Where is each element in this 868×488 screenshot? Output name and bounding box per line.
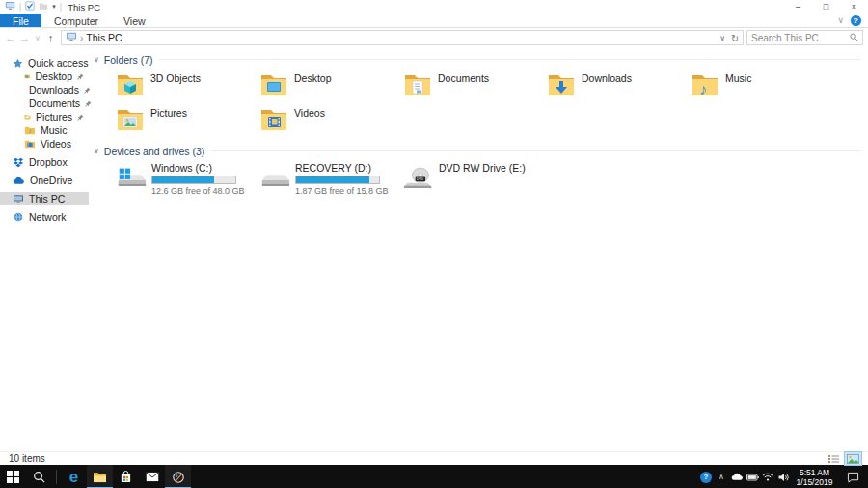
- drive-free-space: 12.6 GB free of 48.0 GB: [151, 186, 245, 196]
- item-count: 10 items: [9, 453, 45, 464]
- collapse-chevron-icon[interactable]: ∨: [94, 55, 99, 64]
- tray-volume-icon[interactable]: [776, 473, 790, 482]
- clock-date: 1/15/2019: [792, 477, 837, 487]
- drive-tile-windows-c[interactable]: Windows (C:) 12.6 GB free of 48.0 GB: [115, 161, 258, 200]
- tab-file[interactable]: File: [0, 14, 41, 27]
- drive-tile-dvd-e[interactable]: DVD DVD RW Drive (E:): [402, 161, 546, 200]
- group-label: Folders (7): [104, 54, 153, 66]
- 3d-objects-folder-icon: [115, 69, 146, 100]
- pictures-folder-icon: [24, 112, 31, 122]
- group-header-folders[interactable]: ∨ Folders (7): [94, 53, 860, 66]
- address-dropdown-icon[interactable]: ∨: [719, 34, 725, 42]
- tray-onedrive-icon[interactable]: [730, 473, 744, 481]
- taskbar-search-button[interactable]: [26, 465, 52, 488]
- taskbar-paint3d-icon[interactable]: [165, 465, 191, 488]
- breadcrumb-separator: ›: [80, 33, 83, 43]
- tab-view[interactable]: View: [111, 14, 158, 27]
- forward-button[interactable]: →: [17, 32, 32, 43]
- collapse-chevron-icon[interactable]: ∨: [94, 147, 99, 155]
- qat-customize-dropdown-icon[interactable]: ▾: [52, 3, 56, 11]
- folder-tile-documents[interactable]: Documents: [402, 69, 546, 104]
- sidebar-label: Quick access: [28, 57, 88, 68]
- folder-tile-desktop[interactable]: Desktop: [258, 69, 402, 104]
- address-bar[interactable]: › This PC ∨ ↻: [61, 30, 744, 45]
- taskbar-clock[interactable]: 5:51 AM 1/15/2019: [792, 468, 837, 487]
- window-controls: – □ ×: [784, 0, 868, 14]
- close-button[interactable]: ×: [840, 0, 868, 14]
- folder-tile-pictures[interactable]: Pictures: [115, 104, 258, 139]
- star-icon: [13, 58, 23, 68]
- folder-tile-videos[interactable]: Videos: [258, 104, 402, 139]
- ribbon-right-controls: ∨ ?: [837, 14, 868, 27]
- large-icons-view-icon[interactable]: [845, 452, 861, 465]
- ribbon-collapse-icon[interactable]: ∨: [837, 15, 844, 25]
- documents-folder-icon: [402, 69, 433, 100]
- address-location-icon: [66, 32, 77, 43]
- breadcrumb[interactable]: This PC: [86, 32, 122, 43]
- sidebar-item-quick-access[interactable]: Quick access: [0, 56, 89, 69]
- ribbon-tab-bar: File Computer View ∨ ?: [0, 14, 868, 28]
- sidebar-label: OneDrive: [30, 175, 72, 186]
- help-icon[interactable]: ?: [851, 15, 861, 26]
- app-icon: [5, 1, 15, 13]
- onedrive-cloud-icon: [13, 176, 25, 185]
- svg-text:♪: ♪: [28, 127, 31, 134]
- dvd-drive-icon: DVD: [402, 166, 435, 191]
- tray-help-icon[interactable]: ?: [699, 472, 713, 483]
- folder-tile-3d-objects[interactable]: 3D Objects: [115, 69, 258, 104]
- recent-locations-icon[interactable]: ∨: [32, 34, 43, 42]
- drive-label: Windows (C:): [151, 162, 245, 174]
- minimize-button[interactable]: –: [784, 0, 812, 14]
- refresh-icon[interactable]: ↻: [731, 33, 739, 43]
- dropbox-icon: [13, 157, 24, 168]
- sidebar-item-onedrive[interactable]: OneDrive: [0, 174, 89, 187]
- action-center-icon[interactable]: [839, 472, 866, 483]
- up-button[interactable]: ↑: [43, 32, 58, 43]
- maximize-button[interactable]: □: [812, 0, 840, 14]
- qat-properties-icon[interactable]: [25, 1, 35, 13]
- tray-battery-icon[interactable]: [746, 474, 759, 481]
- tile-label: Pictures: [150, 104, 187, 139]
- sidebar-item-dropbox[interactable]: Dropbox: [0, 155, 89, 169]
- taskbar-edge-icon[interactable]: e: [61, 465, 87, 488]
- sidebar-item-desktop[interactable]: Desktop: [0, 69, 89, 83]
- folder-tile-music[interactable]: ♪ Music: [690, 69, 833, 104]
- back-button[interactable]: ←: [3, 32, 17, 43]
- sidebar-item-videos[interactable]: Videos: [0, 137, 89, 150]
- tray-wifi-icon[interactable]: [761, 473, 774, 481]
- capacity-bar: [151, 176, 236, 184]
- group-header-devices[interactable]: ∨ Devices and drives (3): [94, 145, 860, 157]
- details-view-icon[interactable]: [826, 452, 842, 465]
- desktop-folder-icon: [258, 69, 289, 100]
- sidebar-label: Network: [29, 211, 67, 223]
- sidebar-label: This PC: [29, 193, 65, 204]
- desktop-screen: | ▾ | This PC – □ × File Computer View ∨…: [0, 0, 868, 488]
- sidebar-item-network[interactable]: Network: [0, 210, 89, 224]
- title-bar: | ▾ | This PC – □ ×: [0, 0, 868, 14]
- tab-computer[interactable]: Computer: [41, 14, 111, 27]
- search-icon[interactable]: [850, 32, 858, 43]
- taskbar-mail-icon[interactable]: [139, 465, 165, 488]
- drives-grid: Windows (C:) 12.6 GB free of 48.0 GB REC…: [94, 161, 860, 200]
- sidebar-label: Downloads: [29, 84, 79, 95]
- search-input[interactable]: [751, 33, 848, 43]
- sidebar-item-downloads[interactable]: Downloads: [0, 83, 89, 96]
- group-label: Devices and drives (3): [104, 146, 204, 157]
- taskbar-file-explorer-icon[interactable]: [87, 465, 113, 488]
- search-box[interactable]: [746, 30, 863, 45]
- taskbar: e ? ∧: [0, 465, 868, 488]
- sidebar-item-documents[interactable]: Documents: [0, 96, 89, 110]
- sidebar-item-music[interactable]: ♪ Music: [0, 123, 89, 137]
- drive-tile-recovery-d[interactable]: RECOVERY (D:) 1.87 GB free of 15.8 GB: [258, 161, 402, 200]
- qat-new-folder-icon[interactable]: [39, 2, 48, 13]
- quick-access-toolbar: | ▾ | This PC: [0, 1, 100, 13]
- qat-separator: |: [19, 2, 21, 12]
- group-rule: [210, 150, 860, 151]
- folder-tile-downloads[interactable]: Downloads: [546, 69, 690, 104]
- taskbar-separator: [56, 470, 57, 484]
- tray-show-hidden-icons[interactable]: ∧: [715, 473, 728, 481]
- start-button[interactable]: [0, 465, 26, 488]
- taskbar-store-icon[interactable]: [113, 465, 139, 488]
- sidebar-item-this-pc[interactable]: This PC: [0, 192, 89, 205]
- sidebar-item-pictures[interactable]: Pictures: [0, 110, 89, 123]
